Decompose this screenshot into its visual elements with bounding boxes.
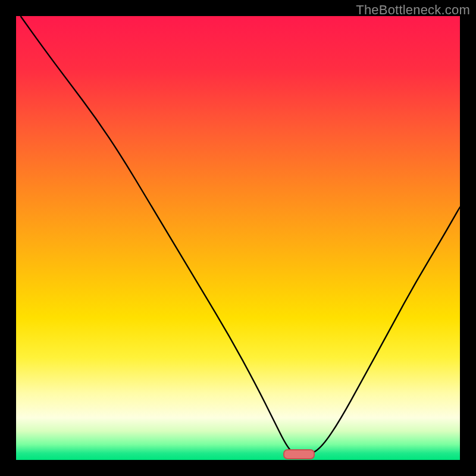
curve-layer <box>16 16 460 460</box>
watermark-text: TheBottleneck.com <box>356 2 470 18</box>
plot-area <box>16 16 460 460</box>
optimum-marker <box>283 449 314 459</box>
bottleneck-curve <box>21 16 461 456</box>
chart-frame: TheBottleneck.com <box>0 0 476 476</box>
